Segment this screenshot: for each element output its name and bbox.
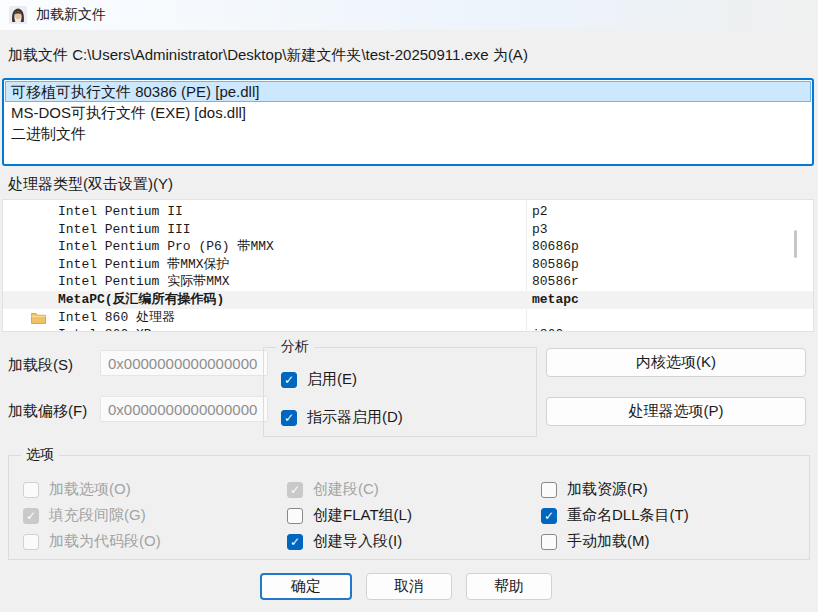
file-format-option-msdos[interactable]: MS-DOS可执行文件 (EXE) [dos.dll]	[5, 102, 811, 123]
processor-id: i860xp	[532, 326, 579, 332]
ok-button[interactable]: 确定	[260, 573, 352, 600]
processor-row-folder[interactable]: Intel 860 处理器	[3, 309, 813, 327]
processor-name: MetaPC(反汇编所有操作码)	[58, 291, 224, 309]
analysis-legend: 分析	[276, 338, 314, 356]
checkbox-label: 创建FLAT组(L)	[313, 506, 412, 525]
checkbox-create-segments: ✓ 创建段(C)	[287, 480, 379, 499]
processor-name: Intel Pentium 带MMX保护	[58, 256, 230, 274]
checkbox-icon: ✓	[541, 482, 557, 498]
processor-id: 80686p	[532, 238, 579, 256]
checkbox-create-imports-segment[interactable]: ✓ 创建导入段(I)	[287, 532, 402, 551]
checkbox-manual-load[interactable]: ✓ 手动加载(M)	[541, 532, 650, 551]
checkbox-load-resources[interactable]: ✓ 加载资源(R)	[541, 480, 648, 499]
processor-name: Intel Pentium III	[58, 221, 191, 239]
processor-options-button[interactable]: 处理器选项(P)	[546, 397, 806, 426]
load-offset-input	[100, 396, 268, 422]
checkbox-load-as-code-segment: ✓ 加载为代码段(O)	[23, 532, 161, 551]
processor-row[interactable]: Intel Pentium 实际带MMX 80586r	[3, 273, 813, 291]
processor-id: 80586r	[532, 273, 579, 291]
processor-name: Intel Pentium II	[58, 203, 183, 221]
help-button[interactable]: 帮助	[466, 573, 552, 600]
processor-row-metapc-selected[interactable]: MetaPC(反汇编所有操作码) metapc	[3, 291, 813, 309]
ida-app-icon	[9, 6, 27, 24]
processor-row[interactable]: Intel Pentium II p2	[3, 203, 813, 221]
processor-row[interactable]: Intel Pentium Pro (P6) 带MMX 80686p	[3, 238, 813, 256]
processor-name: Intel Pentium Pro (P6) 带MMX	[58, 238, 274, 256]
load-segment-input	[100, 350, 268, 376]
checkbox-label: 加载资源(R)	[567, 480, 648, 499]
checkbox-label: 加载为代码段(O)	[49, 532, 161, 551]
checkbox-analysis-enable[interactable]: ✓ 启用(E)	[281, 370, 357, 389]
checkbox-label: 创建段(C)	[313, 480, 379, 499]
checkbox-label: 手动加载(M)	[567, 532, 650, 551]
options-legend: 选项	[21, 446, 59, 464]
processor-row[interactable]: Intel Pentium III p3	[3, 221, 813, 239]
checkbox-label: 重命名DLL条目(T)	[567, 506, 689, 525]
processor-id: metapc	[532, 291, 579, 309]
checkbox-icon: ✓	[287, 508, 303, 524]
checkbox-icon: ✓	[541, 534, 557, 550]
checkbox-label: 创建导入段(I)	[313, 532, 402, 551]
checkbox-icon: ✓	[23, 534, 39, 550]
processor-name: Intel 860 XP	[58, 326, 152, 332]
checkbox-label: 指示器启用(D)	[307, 408, 403, 427]
processor-row-partial[interactable]: Intel 860 XP i860xp	[3, 326, 813, 332]
processor-id: p2	[532, 203, 548, 221]
window-title: 加载新文件	[36, 6, 106, 24]
processor-name: Intel 860 处理器	[58, 309, 175, 327]
checkmark-icon: ✓	[281, 410, 297, 426]
checkbox-indicator-enable[interactable]: ✓ 指示器启用(D)	[281, 408, 403, 427]
processor-id: p3	[532, 221, 548, 239]
kernel-options-button[interactable]: 内核选项(K)	[546, 348, 806, 377]
checkmark-icon: ✓	[23, 508, 39, 524]
checkbox-label: 启用(E)	[307, 370, 357, 389]
processor-id: 80586p	[532, 256, 579, 274]
file-format-option-pe[interactable]: 可移植可执行文件 80386 (PE) [pe.dll]	[5, 81, 811, 102]
checkbox-load-options: ✓ 加载选项(O)	[23, 480, 131, 499]
titlebar: 加载新文件	[0, 0, 818, 30]
scrollbar-thumb[interactable]	[794, 230, 797, 258]
checkmark-icon: ✓	[541, 508, 557, 524]
file-format-listbox: 可移植可执行文件 80386 (PE) [pe.dll] MS-DOS可执行文件…	[2, 78, 814, 166]
file-prompt-label: 加载文件 C:\Users\Administrator\Desktop\新建文件…	[8, 46, 528, 65]
checkmark-icon: ✓	[287, 534, 303, 550]
checkmark-icon: ✓	[281, 372, 297, 388]
load-segment-label: 加载段(S)	[8, 356, 73, 375]
folder-icon	[31, 312, 46, 324]
cancel-button[interactable]: 取消	[366, 573, 452, 600]
load-new-file-dialog: 加载新文件 加载文件 C:\Users\Administrator\Deskto…	[0, 0, 818, 612]
file-format-option-binary[interactable]: 二进制文件	[5, 123, 811, 144]
processor-type-label: 处理器类型(双击设置)(Y)	[8, 175, 173, 194]
checkbox-icon: ✓	[23, 482, 39, 498]
checkmark-icon: ✓	[287, 482, 303, 498]
processor-row[interactable]: Intel Pentium 带MMX保护 80586p	[3, 256, 813, 274]
checkbox-label: 填充段间隙(G)	[49, 506, 146, 525]
processor-name: Intel Pentium 实际带MMX	[58, 273, 230, 291]
checkbox-rename-dll-entries[interactable]: ✓ 重命名DLL条目(T)	[541, 506, 689, 525]
load-offset-label: 加载偏移(F)	[8, 402, 87, 421]
checkbox-create-flat-group[interactable]: ✓ 创建FLAT组(L)	[287, 506, 412, 525]
checkbox-label: 加载选项(O)	[49, 480, 131, 499]
processor-list: Intel Pentium II p2 Intel Pentium III p3…	[2, 199, 814, 332]
analysis-groupbox: 分析 ✓ 启用(E) ✓ 指示器启用(D)	[263, 347, 537, 437]
checkbox-fill-segment-gaps: ✓ 填充段间隙(G)	[23, 506, 146, 525]
options-groupbox: 选项 ✓ 加载选项(O) ✓ 填充段间隙(G) ✓ 加载为代码段(O) ✓ 创建…	[8, 455, 810, 560]
